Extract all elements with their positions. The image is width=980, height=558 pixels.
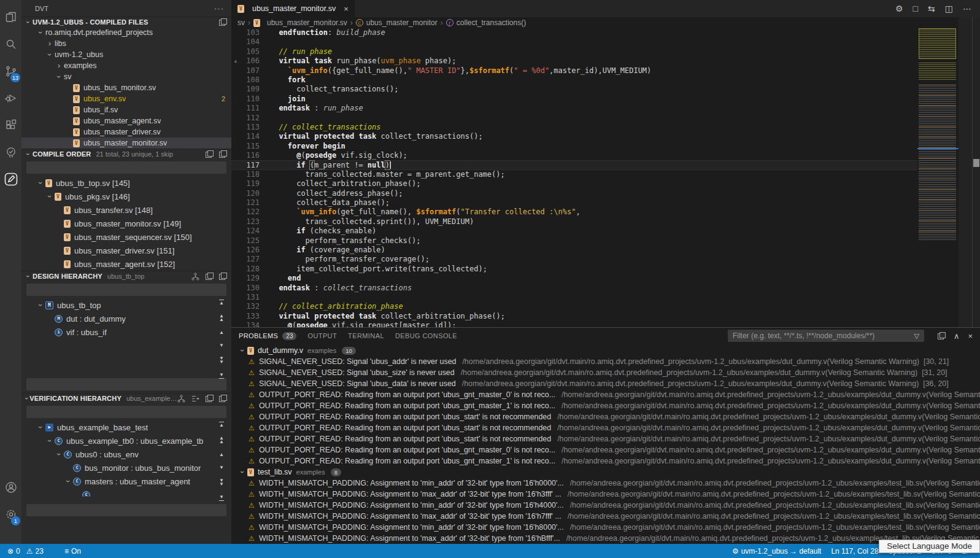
settings-gear-icon[interactable]: ⚙ [895, 4, 903, 14]
problems-filter-input[interactable]: Filter (e.g. text, **/*.ts, !**/node_mod… [728, 330, 924, 342]
code-line[interactable]: 133virtual protected task collect_arbitr… [231, 312, 917, 321]
breadcrumb-class[interactable]: ubus_master_monitor [366, 18, 438, 27]
problem-row[interactable]: ⚠OUTPUT_PORT_READ: Reading from an outpu… [231, 400, 980, 411]
code-line[interactable]: 128item_collected_port.write(trans_colle… [231, 265, 917, 274]
code-line[interactable]: 110join [231, 95, 917, 104]
active-project-status[interactable]: ⚙ uvm-1.2_ubus → default [727, 547, 827, 556]
page-up-icon[interactable]: ▲ [219, 314, 224, 322]
section-compile-order[interactable]: › COMPILE ORDER 21 total, 23 unique, 1 s… [21, 149, 231, 159]
scroll-up-icon[interactable]: ▲ [219, 330, 224, 335]
code-line[interactable]: 107`uvm_info({get_full_name()," MASTER I… [231, 66, 917, 76]
source-control-icon[interactable]: 13 [0, 58, 21, 85]
code-line[interactable]: 117if (m_parent != null) [231, 160, 917, 169]
dvt-mode-status[interactable]: ≡ On [60, 547, 86, 556]
layout-square-icon[interactable]: □ [913, 4, 918, 14]
tree-item[interactable]: Vubus_master_sequencer.sv [150] [21, 230, 231, 244]
tree-item[interactable]: ivif : ubus_if [21, 325, 231, 339]
code-line[interactable]: 114virtual protected task collect_transa… [231, 132, 917, 141]
open-editors-icon[interactable] [219, 18, 226, 26]
tree-item[interactable]: Cbus_monitor : ubus_bus_monitor [21, 461, 231, 475]
code-line[interactable]: 122`uvm_info(get_full_name(), $sformatf(… [231, 207, 917, 217]
problem-row[interactable]: ⚠OUTPUT_PORT_READ: Reading from an outpu… [231, 422, 980, 433]
problem-row[interactable]: ⚠OUTPUT_PORT_READ: Reading from an outpu… [231, 444, 980, 455]
problem-row[interactable]: ⚠WIDTH_MISMATCH_PADDING: Assignment to '… [231, 489, 980, 500]
problem-row[interactable]: ⚠WIDTH_MISMATCH_PADDING: Assignment to '… [231, 500, 980, 511]
tree-item[interactable]: ›Cubus_example_tb0 : ubus_example_tb [21, 434, 231, 448]
problem-row[interactable]: ⚠WIDTH_MISMATCH_PADDING: Assignment to '… [231, 522, 980, 533]
tree-item[interactable]: Vubus_bus_monitor.sv [21, 82, 231, 93]
tab-terminal[interactable]: TERMINAL [348, 328, 384, 344]
code-line[interactable]: 124if (checks_enable) [231, 227, 917, 236]
scroll-up-icon[interactable]: ▲ [219, 452, 224, 457]
copy-icon[interactable] [206, 273, 213, 280]
breadcrumb-file[interactable]: ubus_master_monitor.sv [267, 18, 347, 27]
compile-order-filter-input[interactable] [26, 161, 226, 174]
code-line[interactable]: 134@(posedge vif.sig_request[master_id])… [231, 321, 917, 327]
problem-row[interactable]: ⚠OUTPUT_PORT_READ: Reading from an outpu… [231, 389, 980, 400]
extensions-icon[interactable] [0, 112, 21, 139]
code-line[interactable]: 116@(posedge vif.sig_clock); [231, 151, 917, 160]
more-actions-icon[interactable]: ⋯ [963, 4, 971, 14]
hierarchy-icon[interactable] [191, 273, 199, 281]
problem-row[interactable]: ⚠WIDTH_MISMATCH_PADDING: Assignment to '… [231, 533, 980, 544]
tree-item[interactable]: ›Vubus_tb_top.sv [145] [21, 176, 231, 190]
tree-item[interactable]: C [21, 488, 231, 497]
tab-output[interactable]: OUTPUT [307, 328, 337, 344]
verification-check-icon[interactable] [0, 139, 21, 166]
page-down-icon[interactable]: ▼ [219, 356, 224, 365]
code-line[interactable]: 127perform_transfer_coverage(); [231, 255, 917, 264]
close-tab-icon[interactable]: × [344, 4, 349, 14]
tree-item[interactable]: Vubus_master_agent.sv [152] [21, 257, 231, 271]
problem-row[interactable]: ⚠SIGNAL_NEVER_USED: Signal 'ubus_data' i… [231, 378, 980, 389]
problem-row[interactable]: ⚠OUTPUT_PORT_READ: Reading from an outpu… [231, 455, 980, 467]
breadcrumb-method[interactable]: collect_transactions() [457, 18, 526, 27]
code-line[interactable]: 104 [231, 37, 917, 47]
copy-icon[interactable] [219, 273, 226, 280]
code-line[interactable]: 129end [231, 274, 917, 283]
verification-hierarchy-bottom-input[interactable] [26, 504, 226, 516]
tree-item[interactable]: Vubus_if.sv [21, 104, 231, 115]
scroll-to-top-icon[interactable]: ▲ [219, 300, 224, 306]
problem-row[interactable]: ⚠OUTPUT_PORT_READ: Reading from an outpu… [231, 411, 980, 422]
filter-funnel-icon[interactable]: ▽ [914, 332, 919, 340]
scroll-to-bottom-icon[interactable]: ▼ [219, 373, 224, 379]
tree-item[interactable]: ›sv [21, 71, 231, 82]
page-up-icon[interactable]: ▲ [219, 436, 224, 444]
cursor-position-status[interactable]: Ln 117, Col 28 [826, 547, 883, 556]
tree-item[interactable]: Mdut : dut_dummy [21, 312, 231, 325]
code-line[interactable]: 120collect_address_phase(); [231, 189, 917, 198]
scrollbar-handle[interactable] [973, 159, 979, 167]
tree-item[interactable]: ›Mubus_tb_top [21, 298, 231, 312]
tree-item[interactable]: Vubus_master_driver.sv [151] [21, 244, 231, 257]
code-line[interactable]: 125perform_transfer_checks(); [231, 236, 917, 246]
page-down-icon[interactable]: ▼ [219, 478, 224, 487]
design-hierarchy-bottom-input[interactable] [26, 378, 226, 390]
code-line[interactable]: 113// collect_transactions [231, 123, 917, 132]
code-editor[interactable]: 103endfunction: build_phase104105// run … [231, 28, 917, 327]
problem-row[interactable]: ⚠SIGNAL_NEVER_USED: Signal 'ubus_addr' i… [231, 356, 980, 367]
problems-group-header[interactable]: ›Vdut_dummy.vexamples10 [231, 345, 980, 356]
scroll-to-bottom-icon[interactable]: ▼ [219, 495, 224, 501]
breadcrumb-folder[interactable]: sv [237, 18, 245, 27]
tab-debug-console[interactable]: DEBUG CONSOLE [395, 328, 457, 344]
code-line[interactable]: 131 [231, 293, 917, 302]
scroll-down-icon[interactable]: ▼ [219, 343, 224, 348]
code-line[interactable]: 118trans_collected.master = m_parent.get… [231, 170, 917, 179]
tree-item[interactable]: Vubus_master_monitor.sv [149] [21, 217, 231, 230]
code-line[interactable]: 103endfunction: build_phase [231, 28, 917, 37]
section-verification-hierarchy[interactable]: › VERIFICATION HIERARCHY ubus_example_ba… [21, 393, 231, 403]
view-as-table-icon[interactable] [938, 332, 945, 339]
copy-icon[interactable] [219, 150, 226, 158]
maximize-panel-icon[interactable]: ∧ [954, 331, 960, 341]
code-line[interactable]: 121collect_data_phase(); [231, 198, 917, 207]
problem-row[interactable]: ⚠WIDTH_MISMATCH_PADDING: Assignment to '… [231, 511, 980, 522]
code-line[interactable]: 108fork [231, 76, 917, 85]
problems-group-header[interactable]: ›Vtest_lib.svexamples8 [231, 467, 980, 478]
code-line[interactable]: ▵106virtual task run_phase(uvm_phase pha… [231, 56, 917, 66]
code-line[interactable]: 132// collect_arbitration_phase [231, 302, 917, 311]
scroll-to-top-icon[interactable]: ▲ [219, 422, 224, 428]
problem-row[interactable]: ⚠OUTPUT_PORT_READ: Reading from an outpu… [231, 433, 980, 444]
code-line[interactable]: 109collect_transactions(); [231, 85, 917, 94]
tree-item[interactable]: ›Cmasters : ubus_master_agent [21, 475, 231, 488]
code-line[interactable]: 112 [231, 114, 917, 123]
